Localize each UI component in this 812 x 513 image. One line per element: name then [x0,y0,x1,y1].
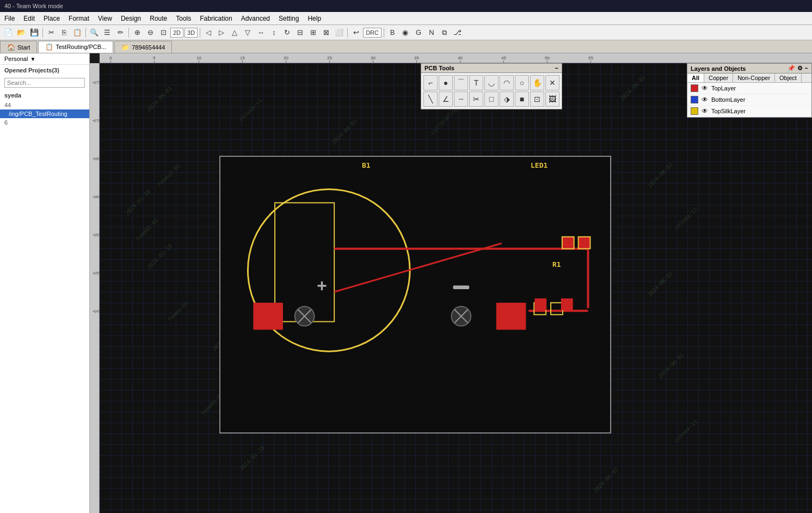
toolbar-btn-down[interactable]: ▽ [242,27,254,39]
canvas-area[interactable]: 0510152025303540455055 17517016516015515… [90,53,812,513]
toolbar-btn-ungroup[interactable]: ⊠ [320,27,332,39]
toolbar-btn-fit[interactable]: ⊡ [157,27,169,39]
ruler-h-mark-45: 45 [501,56,506,63]
layers-tab-noncopper[interactable]: Non-Copper [733,74,775,82]
toolbar-btn-right[interactable]: ▷ [216,27,227,39]
toolbar-btn-3d-view[interactable]: ◉ [399,27,411,39]
menu-item-setting[interactable]: Setting [274,14,303,23]
layers-header: Layers and Objects 📌 ⚙ − [687,64,811,74]
layers-tab-all[interactable]: All [687,74,704,82]
tool-circle[interactable]: ○ [515,75,529,90]
toolbar-btn-zoom-in[interactable]: ⊕ [131,27,143,39]
ruler-h-mark-55: 55 [588,56,593,63]
layer-topsilklayer-name: TopSilkLayer [711,108,808,114]
toolbar-2d[interactable]: 2D [170,28,183,38]
layer-bottomlayer-visibility[interactable]: 👁 [702,96,708,103]
tool-pad[interactable]: ● [439,75,453,90]
tool-fill-rect[interactable]: ■ [515,91,529,107]
layer-toplayer-visibility[interactable]: 👁 [702,84,708,92]
layers-close[interactable]: − [805,65,808,72]
toolbar-3d[interactable]: 3D [184,28,198,38]
toolbar-btn-paste[interactable]: 📋 [71,27,83,39]
layers-panel: Layers and Objects 📌 ⚙ − All Copper Non-… [687,63,812,118]
toolbar-btn-flip-h[interactable]: ↔ [255,27,267,39]
menu-item-tools[interactable]: Tools [171,14,195,23]
personal-label[interactable]: Personal [4,56,28,62]
layers-settings[interactable]: ⚙ [797,65,803,72]
tool-dotline[interactable]: ┄ [454,91,468,107]
menu-item-advanced[interactable]: Advanced [237,14,274,23]
toolbar-btn-left[interactable]: ◁ [202,27,214,39]
toolbar-btn-search[interactable]: 🔍 [88,27,100,39]
pcb-canvas[interactable]: 2024-0K-01 ch5yda-v1 2024-04-01 calibrat… [100,63,812,513]
tab-testrouting-pcb---[interactable]: 📋TestRouting/PCB... [38,41,113,53]
tool-cut[interactable]: ✂ [469,91,483,107]
ruler-v-mark-160: 160 [90,194,99,200]
layers-pin[interactable]: 📌 [788,65,795,72]
menu-item-design[interactable]: Design [116,14,145,23]
tool-angle[interactable]: ∠ [439,91,453,107]
tool-component[interactable]: ⊡ [530,91,544,107]
toolbar-btn-gerber[interactable]: G [413,27,425,39]
menu-item-file[interactable]: File [0,14,19,23]
toolbar-drc[interactable]: DRC [363,28,382,38]
menu-item-place[interactable]: Place [39,14,64,23]
toolbar-btn-bom[interactable]: B [386,27,398,39]
layer-bottomlayer[interactable]: 👁 BottomLayer [687,94,811,106]
tool-hand[interactable]: ✋ [530,75,544,90]
tool-line[interactable]: ╲ [423,91,438,107]
svg-rect-20 [561,298,573,310]
toolbar-btn-up[interactable]: △ [229,27,241,39]
toolbar-btn-flip-v[interactable]: ↕ [268,27,280,39]
menu-item-edit[interactable]: Edit [19,14,39,23]
toolbar-btn-open[interactable]: 📂 [15,27,27,39]
toolbar-btn-undo[interactable]: ↩ [350,27,362,39]
svg-rect-16 [562,237,574,249]
menu-item-route[interactable]: Route [145,14,171,23]
toolbar-btn-copy[interactable]: ⎘ [58,27,70,39]
tool-rect[interactable]: □ [484,91,499,107]
tool-arc2[interactable]: ◠ [500,75,514,90]
pcb-tools-minimize[interactable]: − [555,65,558,71]
toolbar-btn-save[interactable]: 💾 [28,27,40,39]
tool-text[interactable]: T [469,75,483,90]
toolbar-btn-layers-btn[interactable]: ⧉ [439,27,451,39]
layers-tab-copper[interactable]: Copper [704,74,733,82]
opened-projects-section[interactable]: Opened Projects(3) [0,65,89,76]
dropdown-icon[interactable]: ▼ [30,56,35,62]
toolbar-btn-group[interactable]: ⊞ [307,27,319,39]
tool-route-point[interactable]: ⌒ [454,75,468,90]
tab-7894654444[interactable]: 📁7894654444 [114,41,172,53]
toolbar-btn-rotate[interactable]: ↻ [281,27,293,39]
toolbar-btn-edit[interactable]: ✏ [114,27,126,39]
toolbar-btn-new[interactable]: 📄 [2,27,14,39]
toolbar-btn-pad[interactable]: ⬜ [333,27,345,39]
svg-line-9 [298,310,311,323]
menu-item-fabrication[interactable]: Fabrication [195,14,236,23]
menu-item-help[interactable]: Help [303,14,325,23]
toolbar-btn-zoom-out[interactable]: ⊖ [144,27,156,39]
toolbar-btn-net[interactable]: N [426,27,438,39]
layer-toplayer[interactable]: 👁 TopLayer [687,83,811,94]
menubar: FileEditPlaceFormatViewDesignRouteToolsF… [0,12,812,25]
toolbar-btn-cut[interactable]: ✂ [45,27,57,39]
menu-item-format[interactable]: Format [64,14,94,23]
menu-item-view[interactable]: View [94,14,116,23]
sidebar-search[interactable] [4,78,85,88]
tool-route-wire[interactable]: ⌐ [423,75,438,90]
tool-arc1[interactable]: ◡ [484,75,499,90]
ruler-vertical: 175170165160155150145 [90,63,100,513]
toolbar-btn-align[interactable]: ⊟ [294,27,306,39]
toolbar-btn-list[interactable]: ☰ [101,27,113,39]
sidebar-active-project[interactable]: /ing/PCB_TestRouting [0,109,89,118]
layer-topsilklayer[interactable]: 👁 TopSilkLayer [687,106,811,117]
tool-image[interactable]: 🖼 [545,91,559,107]
toolbar-btn-share[interactable]: ⎇ [452,27,464,39]
tool-cross[interactable]: ✕ [545,75,559,90]
layers-tab-object[interactable]: Object [775,74,802,82]
svg-rect-18 [534,303,546,315]
layer-topsilklayer-visibility[interactable]: 👁 [702,107,708,115]
tab-start[interactable]: 🏠Start [0,41,37,53]
tool-measure[interactable]: ⬗ [500,91,514,107]
toolbar-sep [384,28,384,38]
